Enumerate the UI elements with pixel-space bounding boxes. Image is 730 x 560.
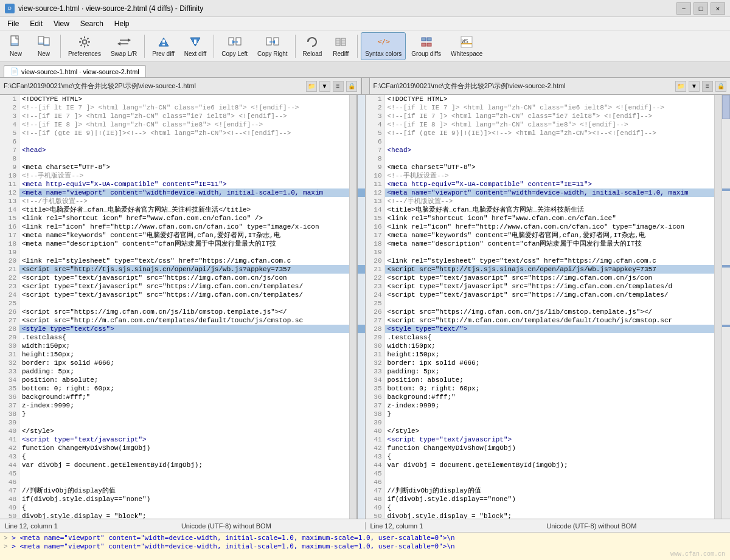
next-diff-button[interactable]: Next diff (180, 32, 211, 60)
svg-point-7 (83, 41, 86, 43)
whitespace-label: Whitespace (451, 50, 482, 57)
preferences-button[interactable]: Preferences (64, 32, 105, 60)
right-minimap[interactable] (721, 95, 730, 519)
copy-right-icon (265, 35, 280, 49)
new-button-1[interactable]: New (2, 32, 29, 60)
reload-label: Reload (303, 50, 322, 57)
left-path-bar: F:\CFan\2019\0021\me\文件合并比较2P\示例\view-so… (0, 78, 361, 94)
left-browse-button[interactable]: 📁 (306, 81, 317, 92)
group-diffs-label: Group diffs (411, 50, 441, 57)
right-lock-button[interactable]: 🔒 (715, 81, 726, 92)
svg-line-14 (87, 38, 88, 40)
svg-rect-41 (427, 38, 431, 41)
right-browse-button[interactable]: 📁 (675, 81, 686, 92)
right-code-pane: 1234567891011121314151617181920212223242… (366, 95, 722, 519)
group-icon (419, 35, 434, 49)
menu-edit[interactable]: Edit (25, 18, 47, 29)
path-bars: F:\CFan\2019\0021\me\文件合并比较2P\示例\view-so… (0, 78, 730, 95)
left-line-numbers: 1234567891011121314151617181920212223242… (0, 95, 19, 519)
reload-button[interactable]: Reload (299, 32, 327, 60)
rediff-icon (333, 35, 348, 49)
right-scrollbar[interactable] (714, 95, 721, 519)
syntax-button[interactable]: </> Syntax colors (361, 32, 406, 60)
whitespace-icon: WS (459, 35, 474, 49)
toolbar: New New (0, 30, 730, 62)
swap-label: Swap L/R (111, 50, 137, 57)
rediff-label: Rediff (333, 50, 349, 57)
diff-preview-line-2: > > <meta name="viewport" content="width… (4, 542, 726, 551)
left-code-content[interactable]: <!DOCTYPE HTML><!--[if lt IE 7 ]> <html … (19, 95, 349, 519)
svg-rect-25 (236, 38, 241, 45)
separator-3 (214, 35, 214, 58)
diff-line-1-text: > <meta name="viewport" content="width=d… (12, 534, 454, 542)
svg-rect-42 (422, 43, 426, 46)
rediff-button[interactable]: Rediff (327, 32, 354, 60)
svg-rect-43 (427, 43, 431, 46)
svg-line-12 (80, 38, 82, 40)
copy-left-icon (228, 35, 242, 49)
next-diff-label: Next diff (184, 50, 207, 57)
title-bar: D view-source-1.html · view-source-2.htm… (0, 0, 730, 17)
separator-2 (144, 35, 145, 58)
left-code-pane: 1234567891011121314151617181920212223242… (0, 95, 357, 519)
maximize-button[interactable]: □ (693, 2, 708, 15)
swap-icon (117, 35, 131, 49)
left-scrollbar[interactable] (349, 95, 356, 519)
center-splitter (361, 78, 370, 94)
left-lock-button[interactable]: 🔒 (346, 81, 357, 92)
copy-right-button[interactable]: Copy Right (253, 32, 291, 60)
diff-preview-line-1: > > <meta name="viewport" content="width… (4, 534, 726, 542)
left-encoding: Unicode (UTF-8) without BOM (181, 522, 271, 530)
tab-bar: 📄 view-source-1.html · view-source-2.htm… (0, 62, 730, 78)
title-bar-controls: − □ × (676, 2, 725, 15)
close-button[interactable]: × (711, 2, 725, 15)
tab-icon: 📄 (10, 67, 19, 75)
svg-rect-34 (341, 38, 346, 46)
left-path-text: F:\CFan\2019\0021\me\文件合并比较2P\示例\view-so… (4, 81, 304, 91)
minimize-button[interactable]: − (676, 2, 691, 15)
menu-help[interactable]: Help (109, 18, 134, 29)
menu-bar: File Edit View Search Help (0, 17, 730, 30)
menu-search[interactable]: Search (75, 18, 108, 29)
whitespace-button[interactable]: WS Whitespace (447, 32, 487, 60)
left-options-button[interactable]: ▼ (319, 81, 330, 92)
menu-file[interactable]: File (2, 18, 24, 29)
new-button-2[interactable]: New (30, 32, 57, 60)
svg-rect-1 (11, 43, 18, 46)
new-label-2: New (38, 50, 50, 57)
prefs-icon (77, 35, 92, 49)
separator-1 (60, 35, 61, 58)
right-code-scroll[interactable]: 1234567891011121314151617181920212223242… (366, 95, 722, 519)
prev-diff-button[interactable]: Prev diff (148, 32, 179, 60)
left-code-scroll[interactable]: 1234567891011121314151617181920212223242… (0, 95, 356, 519)
svg-text:</>: </> (378, 38, 390, 46)
left-extra-button[interactable]: ≡ (333, 81, 344, 92)
svg-rect-4 (38, 43, 44, 44)
svg-rect-22 (194, 41, 196, 44)
app-icon: D (5, 4, 15, 13)
title-bar-left: D view-source-1.html · view-source-2.htm… (5, 4, 203, 13)
left-status: Line 12, column 1 Unicode (UTF-8) withou… (0, 522, 366, 530)
right-position: Line 12, column 1 (370, 522, 423, 530)
right-line-numbers: 1234567891011121314151617181920212223242… (366, 95, 385, 519)
diff-preview: > > <meta name="viewport" content="width… (0, 532, 730, 560)
swap-button[interactable]: Swap L/R (106, 32, 141, 60)
right-code-content[interactable]: <!DOCTYPE HTML><!--[if lt IE 7 ]> <html … (385, 95, 715, 519)
syntax-label: Syntax colors (365, 50, 401, 57)
right-options-button[interactable]: ▼ (689, 81, 700, 92)
syntax-icon: </> (376, 35, 391, 49)
right-extra-button[interactable]: ≡ (702, 81, 713, 92)
svg-rect-40 (422, 38, 426, 41)
svg-line-13 (87, 45, 88, 46)
right-path-text: F:\CFan\2019\0021\me\文件合并比较2P\示例\view-so… (374, 81, 673, 91)
right-status: Line 12, column 1 Unicode (UTF-8) withou… (366, 522, 731, 530)
separator-5 (357, 35, 358, 58)
right-encoding: Unicode (UTF-8) without BOM (546, 522, 636, 530)
left-position: Line 12, column 1 (5, 522, 58, 530)
group-diffs-button[interactable]: Group diffs (407, 32, 445, 60)
diff-line-2-text: > <meta name="viewport" content="width=d… (12, 542, 454, 550)
copy-left-button[interactable]: Copy Left (217, 32, 252, 60)
svg-rect-19 (162, 40, 165, 43)
menu-view[interactable]: View (49, 18, 74, 29)
tab-main[interactable]: 📄 view-source-1.html · view-source-2.htm… (4, 65, 146, 77)
